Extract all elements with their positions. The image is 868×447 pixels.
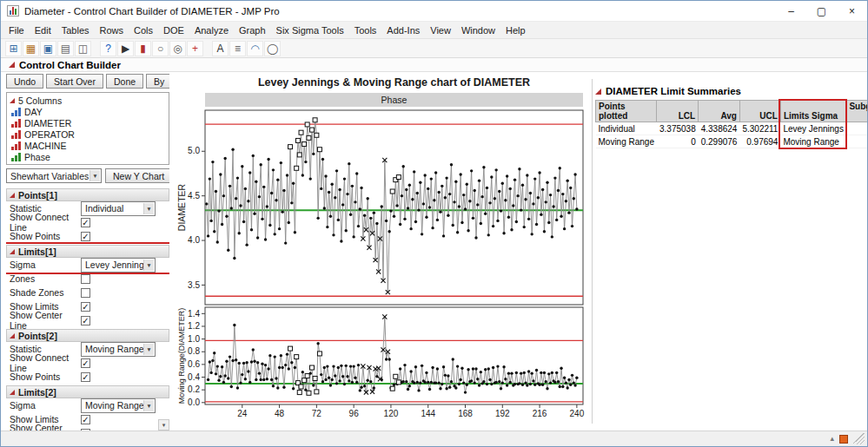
- arrow-tool-icon[interactable]: ▶: [117, 41, 134, 56]
- oval-tool-icon[interactable]: ◯: [264, 41, 281, 56]
- limits-1-show-center-line-checkbox[interactable]: ✓: [81, 316, 90, 325]
- crosshair-tool-icon[interactable]: +: [187, 41, 203, 56]
- point-marker: [348, 162, 350, 165]
- limits-1-shade-zones-checkbox[interactable]: [81, 288, 90, 298]
- control-label: Show Center Line: [10, 310, 81, 331]
- new-data-table-icon[interactable]: ⊞: [5, 41, 22, 56]
- points-1-statistic-dropdown[interactable]: Individual▼: [81, 201, 156, 216]
- limits-2-sigma-dropdown[interactable]: Moving Range▼: [81, 398, 156, 413]
- menu-analyze[interactable]: Analyze: [189, 23, 234, 37]
- column-item-phase[interactable]: Phase: [10, 151, 166, 162]
- points-2-show-connect-line-checkbox[interactable]: ✓: [81, 358, 90, 368]
- report-header[interactable]: Control Chart Builder: [1, 58, 867, 72]
- limit-summaries-title: DIAMETER Limit Summaries: [606, 86, 741, 96]
- menu-window[interactable]: Window: [456, 23, 500, 37]
- point-marker: [470, 379, 473, 382]
- section-header-limits-1[interactable]: Limits[1]: [6, 245, 169, 258]
- brush-tool-icon[interactable]: ▮: [135, 41, 151, 56]
- script-icon[interactable]: ≡: [229, 41, 246, 56]
- open-icon[interactable]: ▦: [23, 41, 39, 56]
- table-cell: Individual: [596, 122, 657, 135]
- menu-edit[interactable]: Edit: [30, 23, 56, 37]
- point-marker: [219, 173, 222, 175]
- section-limits-2: Limits[2]SigmaMoving Range▼Show Limits✓S…: [6, 385, 169, 431]
- column-item-day[interactable]: DAY: [10, 106, 166, 117]
- limits-1-sigma-dropdown[interactable]: Levey Jennings▼: [81, 258, 156, 273]
- disclosure-triangle-icon[interactable]: [10, 98, 15, 103]
- by-button[interactable]: By: [146, 74, 169, 89]
- point-marker: [501, 182, 504, 185]
- menu-six-sigma-tools[interactable]: Six Sigma Tools: [271, 23, 349, 37]
- section-header-limits-2[interactable]: Limits[2]: [6, 385, 169, 398]
- print-icon[interactable]: ▤: [57, 41, 74, 56]
- chart-type-selector[interactable]: Shewhart Variables ▼: [6, 168, 102, 183]
- annotate-tool-icon[interactable]: A: [212, 41, 229, 56]
- point-marker: [407, 388, 409, 391]
- close-button[interactable]: ×: [837, 1, 867, 21]
- cloud-icon[interactable]: ◠: [247, 41, 263, 56]
- jmp-window-icon[interactable]: [839, 435, 848, 444]
- menu-add-ins[interactable]: Add-Ins: [381, 23, 425, 37]
- menu-help[interactable]: Help: [500, 23, 531, 37]
- point-marker: [419, 181, 421, 184]
- journal-icon[interactable]: ◫: [75, 41, 91, 56]
- chart-region[interactable]: Levey Jennings & Moving Range chart of D…: [176, 74, 592, 421]
- control-chart-svg[interactable]: Levey Jennings & Moving Range chart of D…: [176, 74, 592, 421]
- points-2-show-points-checkbox[interactable]: ✓: [81, 372, 90, 382]
- point-marker: [535, 369, 538, 371]
- section-header-points-2[interactable]: Points[2]: [6, 329, 169, 342]
- menu-rows[interactable]: Rows: [95, 23, 129, 37]
- new-y-chart-button[interactable]: New Y Chart: [105, 168, 169, 183]
- menu-file[interactable]: File: [3, 23, 30, 37]
- limit-summaries-header[interactable]: DIAMETER Limit Summaries: [595, 86, 865, 96]
- resize-grip[interactable]: [853, 433, 865, 444]
- column-item-diameter[interactable]: DIAMETER: [10, 117, 166, 128]
- point-marker: [545, 380, 547, 383]
- scroll-down-button[interactable]: ▾: [158, 419, 169, 431]
- point-marker: [535, 223, 538, 226]
- lasso-tool-icon[interactable]: ○: [152, 41, 169, 56]
- menu-view[interactable]: View: [425, 23, 456, 37]
- help-tool-icon[interactable]: ?: [100, 41, 116, 56]
- points-2-statistic-dropdown[interactable]: Moving Range▼: [81, 342, 156, 357]
- point-marker: [330, 183, 333, 186]
- points-1-show-connect-line-checkbox[interactable]: ✓: [81, 218, 90, 227]
- points-1-show-points-checkbox[interactable]: ✓: [81, 232, 90, 241]
- limits-1-show-limits-checkbox[interactable]: ✓: [81, 302, 90, 312]
- save-icon[interactable]: ▣: [40, 41, 56, 56]
- point-marker: [215, 190, 217, 193]
- point-marker: [480, 371, 482, 373]
- point-marker: [266, 378, 268, 380]
- menu-tables[interactable]: Tables: [56, 23, 95, 37]
- point-marker: [359, 207, 361, 210]
- square-marker: [390, 386, 394, 391]
- section-header-points-1[interactable]: Points[1]: [6, 188, 169, 201]
- point-marker: [264, 238, 267, 240]
- point-marker: [401, 380, 404, 383]
- disclosure-triangle-icon[interactable]: [595, 89, 601, 95]
- point-marker: [363, 214, 366, 217]
- column-item-operator[interactable]: OPERATOR: [10, 128, 166, 140]
- limits-2-show-limits-checkbox[interactable]: ✓: [81, 415, 90, 424]
- point-marker: [403, 364, 406, 366]
- point-marker: [464, 207, 467, 210]
- minimize-button[interactable]: –: [776, 1, 806, 21]
- limits-1-zones-checkbox[interactable]: [81, 274, 90, 284]
- column-label: OPERATOR: [24, 129, 75, 140]
- done-button[interactable]: Done: [106, 74, 143, 89]
- menu-graph[interactable]: Graph: [234, 23, 271, 37]
- columns-header[interactable]: 5 Columns: [10, 95, 166, 106]
- maximize-button[interactable]: ▢: [806, 1, 837, 21]
- magnifier-tool-icon[interactable]: ◎: [169, 41, 186, 56]
- point-marker: [423, 174, 426, 176]
- menu-doe[interactable]: DOE: [158, 23, 189, 37]
- menu-cols[interactable]: Cols: [129, 23, 158, 37]
- caret-up-icon[interactable]: ▴: [830, 435, 834, 443]
- disclosure-triangle-icon[interactable]: [9, 62, 15, 68]
- start-over-button[interactable]: Start Over: [46, 74, 103, 89]
- menu-tools[interactable]: Tools: [349, 23, 382, 37]
- point-marker: [573, 197, 575, 200]
- point-marker: [252, 348, 255, 351]
- undo-button[interactable]: Undo: [6, 74, 43, 89]
- column-item-machine[interactable]: MACHINE: [10, 140, 166, 151]
